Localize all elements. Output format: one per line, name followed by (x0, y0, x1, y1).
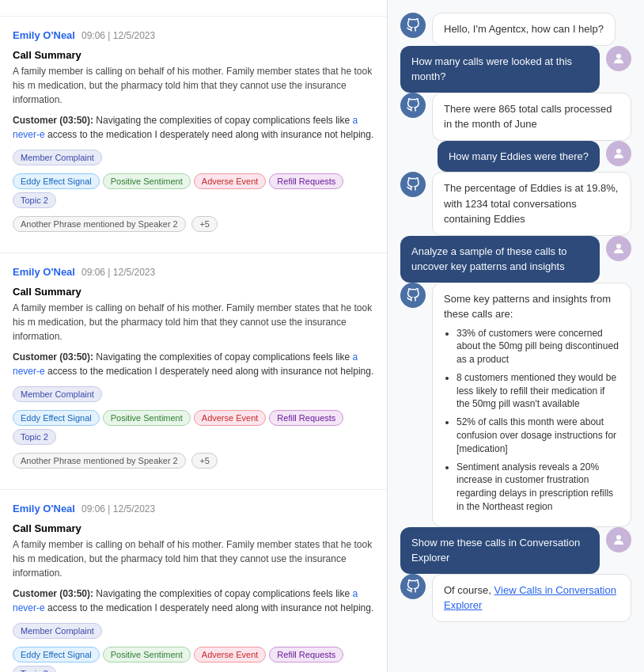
agent-bubble: Some key patterns and insights from thes… (432, 283, 631, 527)
agent-bubble: Of course, View Calls in Conversation Ex… (432, 574, 631, 622)
bubble-text: How many calls were looked at this month… (411, 55, 572, 83)
summary-label: Call Summary (13, 522, 374, 534)
member-complaint-badge[interactable]: Member Complaint (13, 386, 102, 402)
bullet-item: 33% of customers were concerned about th… (456, 327, 619, 366)
svg-point-1 (616, 149, 621, 154)
tag-topic[interactable]: Topic 2 (13, 429, 56, 445)
agent-bubble: The percentage of Eddies is at 19.8%, wi… (432, 172, 631, 236)
chat-row: Show me these calls in Conversation Expl… (400, 527, 631, 574)
tags-row: Eddy Effect SignalPositive SentimentAdve… (13, 410, 374, 448)
bullet-item: Sentiment analysis reveals a 20% increas… (456, 461, 619, 514)
phrase-badge[interactable]: Another Phrase mentioned by Speaker 2 (13, 453, 186, 469)
agent-bubble: Hello, I'm Agentcx, how can I help? (432, 13, 616, 46)
svg-point-3 (616, 535, 621, 540)
member-complaint-badge[interactable]: Member Complaint (13, 623, 102, 639)
member-complaint-row: Member Complaint (13, 150, 374, 169)
tags-row: Eddy Effect SignalPositive SentimentAdve… (13, 173, 374, 211)
call-card[interactable]: Emily O'Neal 09:06 | 12/5/2023 Call Summ… (0, 253, 387, 490)
chat-row: Analyze a sample of these calls to uncov… (400, 236, 631, 283)
call-header: Emily O'Neal 09:06 | 12/5/2023 (13, 29, 374, 41)
user-avatar (606, 46, 631, 71)
summary-text: A family member is calling on behalf of … (13, 301, 374, 344)
member-complaint-row: Member Complaint (13, 386, 374, 405)
tags-row: Eddy Effect SignalPositive SentimentAdve… (13, 647, 374, 672)
call-meta: 09:06 | 12/5/2023 (81, 30, 155, 41)
phrase-row: Another Phrase mentioned by Speaker 2 +5 (13, 216, 374, 235)
summary-label: Call Summary (13, 286, 374, 298)
bubble-text: Of course, View Calls in Conversation Ex… (444, 584, 616, 612)
summary-text: A family member is calling on behalf of … (13, 64, 374, 107)
agent-avatar (400, 13, 426, 38)
bullet-item: 8 customers mentioned they would be less… (456, 371, 619, 411)
plus-badge[interactable]: +5 (191, 453, 218, 469)
call-header: Emily O'Neal 09:06 | 12/5/2023 (13, 503, 374, 514)
agent-avatar (400, 283, 426, 308)
caller-name: Emily O'Neal (13, 29, 75, 41)
top-bar (0, 0, 387, 17)
bubble-text: Analyze a sample of these calls to uncov… (411, 245, 567, 273)
bubble-text: How many Eddies were there? (449, 150, 589, 162)
tag-adverse[interactable]: Adverse Event (194, 410, 267, 426)
caller-name: Emily O'Neal (13, 503, 75, 514)
tag-eddy[interactable]: Eddy Effect Signal (13, 647, 100, 663)
chat-row: How many calls were looked at this month… (400, 46, 631, 93)
call-meta: 09:06 | 12/5/2023 (81, 503, 155, 514)
chat-row: Some key patterns and insights from thes… (400, 283, 631, 527)
tag-refill[interactable]: Refill Requests (269, 410, 343, 426)
chat-row: How many Eddies were there? (400, 141, 631, 173)
user-bubble: Analyze a sample of these calls to uncov… (400, 236, 600, 283)
caller-name: Emily O'Neal (13, 266, 75, 278)
phrase-row: Another Phrase mentioned by Speaker 2 +5 (13, 453, 374, 472)
tag-positive[interactable]: Positive Sentiment (103, 410, 191, 426)
tag-eddy[interactable]: Eddy Effect Signal (13, 410, 100, 426)
cards-container: Emily O'Neal 09:06 | 12/5/2023 Call Summ… (0, 17, 387, 672)
plus-badge[interactable]: +5 (191, 216, 218, 232)
tag-topic[interactable]: Topic 2 (13, 192, 56, 208)
call-meta: 09:06 | 12/5/2023 (81, 267, 155, 278)
member-complaint-badge[interactable]: Member Complaint (13, 150, 102, 165)
tag-refill[interactable]: Refill Requests (269, 173, 343, 189)
left-panel: Emily O'Neal 09:06 | 12/5/2023 Call Summ… (0, 0, 388, 672)
view-calls-link[interactable]: View Calls in Conversation Explorer (444, 584, 616, 612)
agent-avatar (400, 172, 426, 197)
phrase-badge[interactable]: Another Phrase mentioned by Speaker 2 (13, 216, 186, 232)
call-card[interactable]: Emily O'Neal 09:06 | 12/5/2023 Call Summ… (0, 17, 387, 253)
tag-refill[interactable]: Refill Requests (269, 647, 343, 663)
tag-eddy[interactable]: Eddy Effect Signal (13, 173, 100, 189)
chat-container: Hello, I'm Agentcx, how can I help?How m… (400, 13, 631, 622)
chat-row: Hello, I'm Agentcx, how can I help? (400, 13, 631, 46)
customer-quote: Customer (03:50): Navigating the complex… (13, 350, 374, 378)
tag-topic[interactable]: Topic 2 (13, 666, 56, 672)
right-chat-panel[interactable]: Hello, I'm Agentcx, how can I help?How m… (388, 0, 644, 672)
tag-adverse[interactable]: Adverse Event (194, 173, 267, 189)
chat-row: There were 865 total calls processed in … (400, 93, 631, 141)
chat-row: Of course, View Calls in Conversation Ex… (400, 574, 631, 622)
user-avatar (606, 236, 631, 261)
user-bubble: How many calls were looked at this month… (400, 46, 600, 93)
agent-bubble: There were 865 total calls processed in … (432, 93, 631, 141)
bullet-list: 33% of customers were concerned about th… (444, 327, 619, 514)
tag-positive[interactable]: Positive Sentiment (103, 173, 191, 189)
agent-avatar (400, 574, 426, 599)
bubble-text: Hello, I'm Agentcx, how can I help? (444, 23, 604, 35)
user-avatar (606, 527, 631, 552)
svg-point-2 (616, 244, 621, 249)
user-bubble: Show me these calls in Conversation Expl… (400, 527, 600, 574)
tag-positive[interactable]: Positive Sentiment (103, 647, 191, 663)
call-card[interactable]: Emily O'Neal 09:06 | 12/5/2023 Call Summ… (0, 490, 387, 672)
customer-quote: Customer (03:50): Navigating the complex… (13, 113, 374, 142)
bubble-text: There were 865 total calls processed in … (444, 103, 612, 131)
user-avatar (606, 141, 631, 166)
call-header: Emily O'Neal 09:06 | 12/5/2023 (13, 266, 374, 278)
bubble-text: The percentage of Eddies is at 19.8%, wi… (444, 182, 618, 225)
agent-avatar (400, 93, 426, 118)
summary-label: Call Summary (13, 49, 374, 61)
user-bubble: How many Eddies were there? (438, 141, 600, 173)
svg-point-0 (616, 54, 621, 59)
chat-row: The percentage of Eddies is at 19.8%, wi… (400, 172, 631, 236)
member-complaint-row: Member Complaint (13, 623, 374, 642)
bullet-item: 52% of calls this month were about confu… (456, 416, 619, 455)
customer-quote: Customer (03:50): Navigating the complex… (13, 587, 374, 615)
tag-adverse[interactable]: Adverse Event (194, 647, 267, 663)
bubble-text: Some key patterns and insights from thes… (444, 293, 611, 321)
